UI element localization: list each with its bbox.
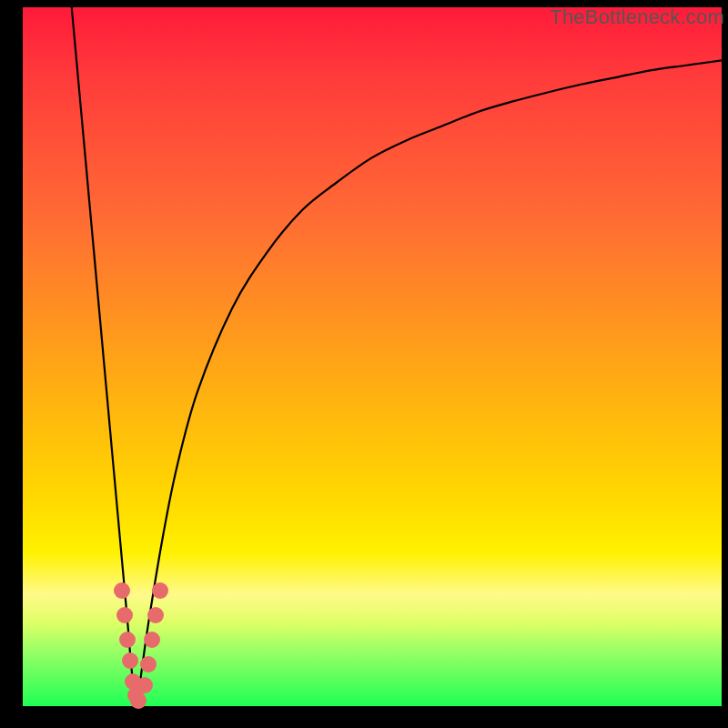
marker-point <box>114 582 130 599</box>
marker-point <box>116 607 133 623</box>
marker-point <box>122 652 138 669</box>
markers-layer <box>23 7 722 706</box>
watermark-text: TheBottleneck.com <box>550 5 724 29</box>
marker-point <box>136 677 153 693</box>
marker-point <box>130 693 147 709</box>
marker-point <box>152 582 168 599</box>
marker-point <box>140 656 157 672</box>
marker-point <box>119 632 136 648</box>
marker-point <box>147 607 164 623</box>
plot-area <box>23 7 722 706</box>
marker-point <box>144 632 160 648</box>
